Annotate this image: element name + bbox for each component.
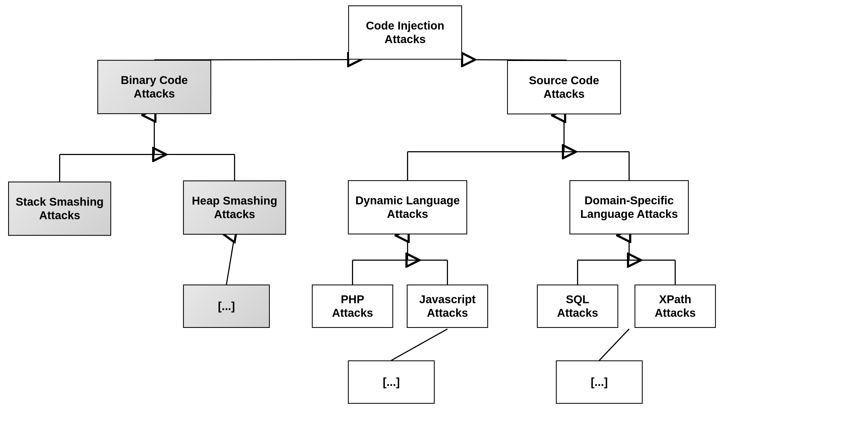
code-injection-node: Code InjectionAttacks — [348, 5, 462, 60]
domain-ellipsis-node: [...] — [556, 360, 643, 404]
binary-code-label: Binary CodeAttacks — [121, 73, 188, 101]
dynamic-ellipsis-node: [...] — [348, 360, 435, 404]
svg-line-21 — [391, 329, 447, 360]
heap-ellipsis-label: [...] — [218, 299, 235, 313]
diagram-container: Code InjectionAttacks Binary CodeAttacks… — [0, 0, 868, 423]
javascript-attacks-label: JavascriptAttacks — [419, 293, 476, 320]
svg-line-27 — [599, 329, 629, 360]
dynamic-language-node: Dynamic LanguageAttacks — [348, 180, 467, 234]
xpath-attacks-label: XPathAttacks — [655, 293, 696, 320]
sql-attacks-node: SQLAttacks — [537, 285, 618, 328]
dynamic-ellipsis-label: [...] — [383, 375, 400, 389]
domain-ellipsis-label: [...] — [591, 375, 608, 389]
stack-smashing-label: Stack SmashingAttacks — [16, 195, 103, 223]
domain-specific-label: Domain-SpecificLanguage Attacks — [580, 194, 678, 221]
javascript-attacks-node: JavascriptAttacks — [407, 285, 488, 328]
xpath-attacks-node: XPathAttacks — [634, 285, 716, 328]
heap-ellipsis-node: [...] — [183, 285, 270, 328]
stack-smashing-node: Stack SmashingAttacks — [8, 182, 111, 236]
source-code-label: Source CodeAttacks — [529, 74, 599, 101]
php-attacks-node: PHPAttacks — [312, 285, 393, 328]
heap-smashing-node: Heap SmashingAttacks — [183, 181, 286, 235]
binary-code-node: Binary CodeAttacks — [97, 60, 211, 114]
code-injection-label: Code InjectionAttacks — [366, 19, 444, 46]
svg-line-15 — [226, 236, 235, 285]
domain-specific-node: Domain-SpecificLanguage Attacks — [569, 180, 689, 234]
source-code-node: Source CodeAttacks — [507, 60, 621, 115]
sql-attacks-label: SQLAttacks — [557, 293, 598, 320]
dynamic-language-label: Dynamic LanguageAttacks — [355, 194, 460, 221]
heap-smashing-label: Heap SmashingAttacks — [192, 194, 277, 221]
php-attacks-label: PHPAttacks — [332, 293, 373, 320]
